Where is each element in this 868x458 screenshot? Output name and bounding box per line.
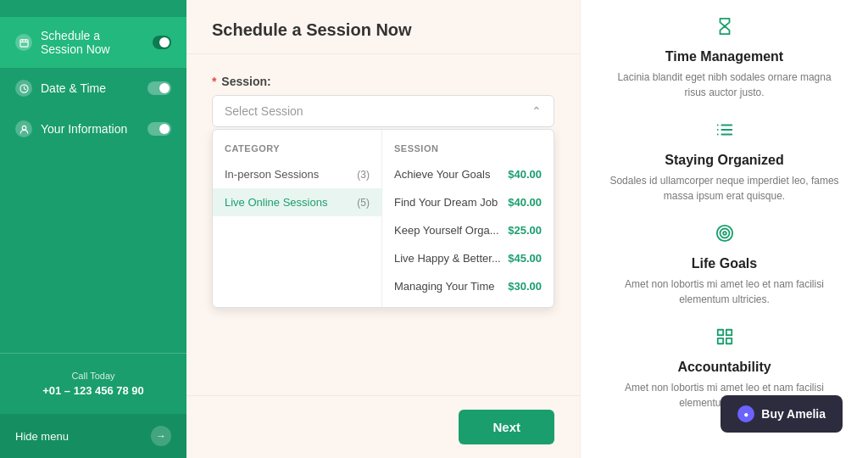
session-organized-label: Keep Yourself Orga...	[394, 224, 499, 237]
session-placeholder: Select Session	[225, 104, 303, 118]
hide-menu-button[interactable]: Hide menu →	[0, 414, 186, 458]
feature-time-management-desc: Lacinia blandit eget nibh sodales ornare…	[606, 70, 843, 100]
session-field-label: * Session:	[212, 75, 554, 88]
sidebar: Schedule a Session Now Date & Time	[0, 0, 186, 458]
calendar-icon	[15, 34, 32, 51]
sidebar-item-info-label: Your Information	[41, 122, 127, 136]
target-icon	[606, 224, 843, 248]
category-in-person-label: In-person Sessions	[225, 168, 319, 181]
required-star: *	[212, 75, 216, 88]
session-time-label: Managing Your Time	[394, 280, 495, 293]
session-header: Session	[382, 137, 554, 160]
feature-life-goals: Life Goals Amet non lobortis mi amet leo…	[606, 224, 843, 307]
category-live-online-count: (5)	[357, 197, 370, 209]
session-achieve-price: $40.00	[508, 168, 542, 181]
form-body: * Session: Select Session ⌃ Category In-…	[186, 54, 580, 395]
session-time-price: $30.00	[508, 280, 542, 293]
svg-rect-19	[717, 338, 722, 344]
svg-line-6	[24, 88, 25, 89]
feature-time-management: Time Management Lacinia blandit eget nib…	[606, 17, 843, 100]
call-today-label: Call Today	[15, 371, 171, 381]
buy-amelia-icon: ●	[737, 405, 754, 422]
chevron-up-icon: ⌃	[531, 104, 542, 118]
sidebar-toggle-info[interactable]	[147, 122, 171, 136]
session-dream-job-price: $40.00	[508, 196, 542, 209]
category-live-online[interactable]: Live Online Sessions (5)	[213, 188, 381, 216]
sidebar-item-schedule-label: Schedule a Session Now	[41, 29, 144, 56]
svg-point-16	[723, 232, 726, 235]
session-achieve[interactable]: Achieve Your Goals $40.00	[382, 160, 554, 188]
svg-point-7	[22, 126, 26, 130]
svg-rect-17	[717, 330, 722, 335]
list-icon	[606, 120, 843, 144]
hide-menu-arrow-icon: →	[151, 426, 171, 446]
form-footer: Next	[186, 395, 580, 458]
feature-staying-organized: Staying Organized Sodales id ullamcorper…	[606, 120, 843, 204]
form-title: Schedule a Session Now	[212, 20, 554, 40]
session-dream-job-label: Find Your Dream Job	[394, 196, 498, 209]
hourglass-icon	[606, 17, 843, 41]
session-happy[interactable]: Live Happy & Better... $45.00	[382, 244, 554, 272]
right-panel: Time Management Lacinia blandit eget nib…	[580, 0, 868, 458]
session-select-display[interactable]: Select Session ⌃	[212, 95, 554, 127]
sessions-panel: Session Achieve Your Goals $40.00 Find Y…	[382, 130, 554, 307]
sidebar-menu: Schedule a Session Now Date & Time	[0, 0, 186, 353]
sidebar-item-datetime[interactable]: Date & Time	[0, 68, 186, 109]
session-dream-job[interactable]: Find Your Dream Job $40.00	[382, 188, 554, 216]
feature-life-goals-desc: Amet non lobortis mi amet leo et nam fac…	[606, 276, 843, 307]
hide-menu-label: Hide menu	[15, 430, 69, 443]
category-in-person[interactable]: In-person Sessions (3)	[213, 160, 381, 188]
session-select-wrapper: Select Session ⌃ Category In-person Sess…	[212, 95, 554, 127]
category-live-online-label: Live Online Sessions	[225, 196, 327, 209]
feature-life-goals-title: Life Goals	[606, 256, 843, 271]
svg-point-15	[720, 229, 729, 238]
session-happy-label: Live Happy & Better...	[394, 252, 501, 265]
clock-icon	[15, 80, 32, 97]
session-achieve-label: Achieve Your Goals	[394, 168, 490, 181]
svg-rect-0	[19, 39, 27, 46]
session-happy-price: $45.00	[508, 252, 542, 265]
session-time[interactable]: Managing Your Time $30.00	[382, 272, 554, 300]
next-button[interactable]: Next	[459, 410, 554, 444]
grid-icon	[606, 327, 843, 351]
svg-rect-20	[726, 338, 731, 344]
session-dropdown: Category In-person Sessions (3) Live Onl…	[212, 129, 554, 308]
buy-amelia-button[interactable]: ● Buy Amelia	[721, 395, 843, 433]
sidebar-item-datetime-label: Date & Time	[41, 81, 106, 95]
main-form: Schedule a Session Now * Session: Select…	[186, 0, 580, 458]
phone-number: +01 – 123 456 78 90	[15, 384, 171, 397]
form-header: Schedule a Session Now	[186, 0, 580, 54]
buy-amelia-label: Buy Amelia	[761, 407, 826, 421]
feature-accountability-title: Accountability	[606, 360, 843, 375]
session-organized-price: $25.00	[508, 224, 542, 237]
feature-staying-organized-desc: Sodales id ullamcorper neque imperdiet l…	[606, 173, 843, 204]
sidebar-toggle-schedule[interactable]	[153, 36, 171, 49]
feature-staying-organized-title: Staying Organized	[606, 153, 843, 168]
sidebar-item-schedule[interactable]: Schedule a Session Now	[0, 17, 186, 68]
category-in-person-count: (3)	[357, 169, 370, 181]
user-icon	[15, 120, 32, 137]
svg-rect-18	[726, 330, 731, 335]
sidebar-item-info[interactable]: Your Information	[0, 109, 186, 149]
session-organized[interactable]: Keep Yourself Orga... $25.00	[382, 216, 554, 244]
categories-panel: Category In-person Sessions (3) Live Onl…	[213, 130, 382, 307]
category-header: Category	[213, 137, 381, 160]
feature-time-management-title: Time Management	[606, 49, 843, 64]
sidebar-toggle-datetime[interactable]	[147, 81, 171, 95]
sidebar-footer: Call Today +01 – 123 456 78 90	[0, 353, 186, 414]
